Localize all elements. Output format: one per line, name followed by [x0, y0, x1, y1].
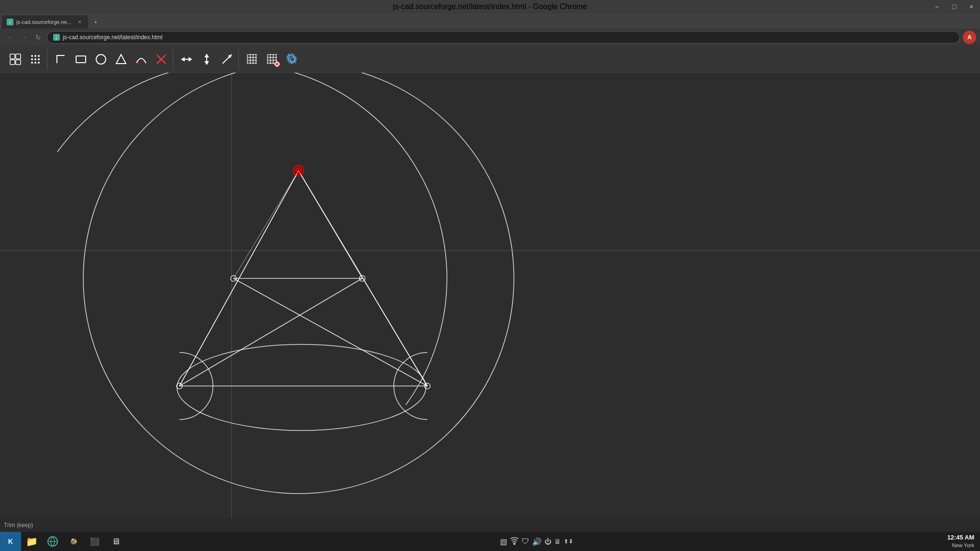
svg-rect-3 [16, 60, 21, 65]
screen-icon[interactable]: ▧ [500, 537, 507, 546]
svg-marker-15 [116, 55, 126, 64]
reload-button[interactable]: ↻ [33, 32, 44, 43]
terminal-button[interactable]: ⬛ [84, 532, 105, 551]
clock-time: 12:45 AM [947, 534, 974, 542]
back-button[interactable]: ← [4, 32, 15, 43]
close-button[interactable]: × [963, 0, 980, 13]
address-bar[interactable]: j js-cad.sourceforge.net/latest/index.ht… [47, 31, 960, 44]
titlebar: js-cad.sourceforge.net/latest/index.html… [0, 0, 980, 13]
svg-rect-0 [10, 54, 15, 59]
status-text: Trim (keep) [4, 522, 33, 529]
sound-icon[interactable]: 🔊 [532, 537, 542, 546]
arc-tool[interactable] [132, 50, 151, 69]
tool-group-grid [241, 49, 304, 70]
tab-close-button[interactable]: × [76, 18, 83, 26]
maximize-button[interactable]: □ [946, 0, 963, 13]
browser-button[interactable] [42, 532, 63, 551]
triangle-tool[interactable] [111, 50, 131, 69]
home-icon[interactable] [6, 50, 25, 69]
svg-point-14 [96, 55, 106, 64]
display-settings-icon[interactable]: 🖥 [554, 538, 561, 545]
power-icon[interactable]: ⏻ [545, 538, 551, 545]
profile-button[interactable]: A [963, 31, 976, 44]
tool-group-constraints [175, 49, 239, 70]
circle-tool[interactable] [91, 50, 111, 69]
svg-marker-23 [205, 55, 208, 57]
forward-button[interactable]: → [18, 32, 30, 43]
snap-target[interactable] [263, 50, 282, 69]
svg-point-5 [34, 55, 36, 57]
url-favicon: j [53, 34, 60, 41]
grid-tool[interactable] [243, 50, 262, 69]
svg-point-43 [275, 62, 278, 66]
rectangle-tool[interactable] [71, 50, 90, 69]
display-button[interactable]: 🖥 [105, 532, 126, 551]
svg-point-4 [31, 55, 33, 57]
taskbar-system-tray: ▧ 🛡 🔊 ⏻ 🖥 ⬆⬇ [496, 536, 577, 547]
tool-group-home [4, 49, 47, 70]
url-text: js-cad.sourceforge.net/latest/index.html [63, 34, 163, 41]
svg-point-12 [38, 62, 40, 64]
address-end-controls: A [963, 31, 976, 44]
corner-tool[interactable] [51, 50, 70, 69]
svg-rect-1 [16, 54, 21, 59]
chrome-taskbar-button[interactable] [63, 532, 84, 551]
up-down-icon[interactable]: ⬆⬇ [564, 538, 573, 545]
titlebar-controls: − □ × [928, 0, 980, 13]
svg-rect-2 [10, 60, 15, 65]
svg-marker-20 [182, 58, 184, 61]
taskbar-clock[interactable]: 12:45 AM New York [947, 534, 980, 549]
svg-point-6 [38, 55, 40, 57]
svg-point-53 [514, 543, 515, 545]
minimize-button[interactable]: − [928, 0, 946, 13]
svg-point-10 [31, 62, 33, 64]
cad-canvas[interactable] [0, 73, 980, 518]
active-tab[interactable]: j js-cad.sourceforge.ne... × [2, 15, 88, 29]
dots-icon[interactable] [26, 50, 45, 69]
canvas-area[interactable] [0, 73, 980, 518]
taskbar: K 📁 ⬛ 🖥 ▧ 🛡 � [0, 532, 980, 551]
kde-menu-button[interactable]: K [0, 532, 21, 551]
svg-point-8 [34, 58, 36, 60]
network-icon[interactable] [510, 536, 519, 547]
clock-location: New York [947, 542, 974, 549]
svg-rect-13 [76, 56, 86, 63]
settings-tool[interactable] [283, 50, 302, 69]
addressbar: ← → ↻ j js-cad.sourceforge.net/latest/in… [0, 29, 980, 46]
svg-point-7 [31, 58, 33, 60]
horizontal-constraint[interactable] [177, 50, 196, 69]
shield-icon[interactable]: 🛡 [522, 537, 529, 546]
statusbar: Trim (keep) [0, 518, 980, 532]
svg-point-11 [34, 62, 36, 64]
svg-marker-21 [189, 58, 191, 61]
delete-tool[interactable] [152, 50, 171, 69]
tabbar: j js-cad.sourceforge.ne... × + [0, 13, 980, 29]
titlebar-title: js-cad.sourceforge.net/latest/index.html… [393, 2, 587, 11]
tool-group-draw [49, 49, 173, 70]
toolbar [0, 46, 980, 73]
svg-marker-24 [205, 62, 208, 64]
tab-label: js-cad.sourceforge.ne... [16, 19, 71, 25]
svg-point-9 [38, 58, 40, 60]
file-manager-button[interactable]: 📁 [21, 532, 42, 551]
new-tab-button[interactable]: + [88, 15, 103, 29]
diagonal-constraint[interactable] [217, 50, 236, 69]
vertical-constraint[interactable] [197, 50, 216, 69]
